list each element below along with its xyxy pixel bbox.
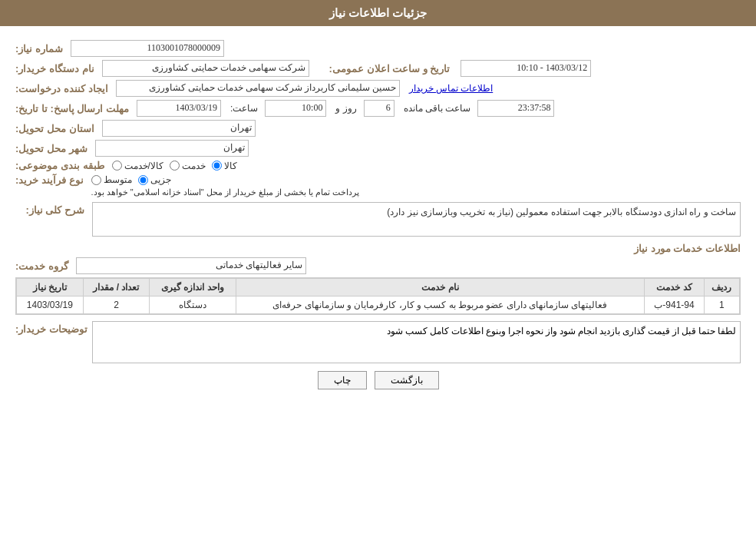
col-nam: نام خدمت xyxy=(236,279,645,297)
mohlat-ersal-label: مهلت ارسال پاسخ: تا تاریخ: xyxy=(15,103,129,114)
shomara-niaz-label: شماره نیاز: xyxy=(15,43,63,55)
col-vahed: واحد اندازه گیری xyxy=(150,279,236,297)
cell-tarikh: 1403/03/19 xyxy=(17,297,84,314)
button-row: بازگشت چاپ xyxy=(15,371,741,389)
buyer-desc-textarea[interactable]: لطفا حتما قبل از قیمت گذاری بازدید انجام… xyxy=(92,321,741,363)
baqi-value: 23:37:58 xyxy=(477,100,554,117)
saat-label: ساعت: xyxy=(230,103,258,114)
shahr-label: شهر محل تحویل: xyxy=(15,143,87,154)
back-button[interactable]: بازگشت xyxy=(375,371,439,389)
tarikh-value: 1403/03/19 xyxy=(137,100,221,117)
col-tedad: تعداد / مقدار xyxy=(83,279,150,297)
cell-vahed: دستگاه xyxy=(150,297,236,314)
print-button[interactable]: چاپ xyxy=(318,371,367,389)
khadamat-section-title: اطلاعات خدمات مورد نیاز xyxy=(15,243,741,254)
rooz-label: روز و xyxy=(335,103,356,114)
rooz-value: 6 xyxy=(364,100,395,117)
ostan-label: استان محل تحویل: xyxy=(15,123,94,134)
tarikh-saat-label: تاریخ و ساعت اعلان عمومی: xyxy=(329,63,451,75)
sharh-niaz-label: شرح کلی نیاز: xyxy=(15,202,84,216)
gorohe-label: گروه خدمت: xyxy=(15,260,68,272)
ijan-konande-label: ایجاد کننده درخواست: xyxy=(15,83,108,94)
radio-mootavasset[interactable]: متوسط xyxy=(91,174,132,185)
cell-cod: 941-94-ب xyxy=(645,297,705,314)
radio-khadamat[interactable]: خدمت xyxy=(170,161,206,171)
shahr-value: تهران xyxy=(95,140,249,157)
col-tarikh: تاریخ نیاز xyxy=(17,279,84,297)
col-cod: کد خدمت xyxy=(645,279,705,297)
navaa-label: نوع فرآیند خرید: xyxy=(15,174,84,186)
services-table: ردیف کد خدمت نام خدمت واحد اندازه گیری ت… xyxy=(15,277,741,315)
saat-value: 10:00 xyxy=(265,100,326,117)
shomara-niaz-value: 1103001078000009 xyxy=(71,40,224,57)
cell-nam: فعالیتهای سازمانهای دارای عضو مربوط به ک… xyxy=(236,297,645,314)
tabaqa-radio-group: کالا/خدمت خدمت کالا xyxy=(112,161,237,171)
table-row: 1941-94-بفعالیتهای سازمانهای دارای عضو م… xyxy=(17,297,740,314)
etelaat-tamas-link[interactable]: اطلاعات تماس خریدار xyxy=(409,83,494,94)
page-title: جزئیات اطلاعات نیاز xyxy=(0,0,756,26)
radio-jozi[interactable]: جزیی xyxy=(138,174,171,185)
cell-radif: 1 xyxy=(704,297,739,314)
sharh-niaz-value: ساخت و راه اندازی دودستگاه بالابر جهت اس… xyxy=(92,202,741,237)
col-radif: ردیف xyxy=(704,279,739,297)
navaa-radio-group: متوسط جزیی xyxy=(91,174,171,185)
nam-dastgah-value: شرکت سهامی خدمات حمایتی کشاورزی xyxy=(102,60,309,77)
ostan-value: تهران xyxy=(102,120,256,137)
nam-dastgah-label: نام دستگاه خریدار: xyxy=(15,63,94,75)
baqi-label: ساعت باقی مانده xyxy=(404,103,471,114)
tarikh-saat-value: 1403/03/12 - 10:10 xyxy=(461,60,591,77)
navaa-note: پرداخت تمام یا بخشی از مبلغ خریدار از مح… xyxy=(91,187,360,197)
radio-kala-khadamat[interactable]: کالا/خدمت xyxy=(112,161,163,171)
radio-kala[interactable]: کالا xyxy=(212,161,237,171)
cell-tedad: 2 xyxy=(83,297,150,314)
ijan-konande-value: حسین سلیمانی کاربرداز شرکت سهامی خدمات ح… xyxy=(116,80,400,97)
tabaqa-label: طبقه بندی موضوعی: xyxy=(15,160,104,171)
buyer-desc-label: توضیحات خریدار: xyxy=(15,321,87,335)
buyer-desc-section: لطفا حتما قبل از قیمت گذاری بازدید انجام… xyxy=(15,321,741,363)
gorohe-value: سایر فعالیتهای خدماتی xyxy=(76,257,306,274)
